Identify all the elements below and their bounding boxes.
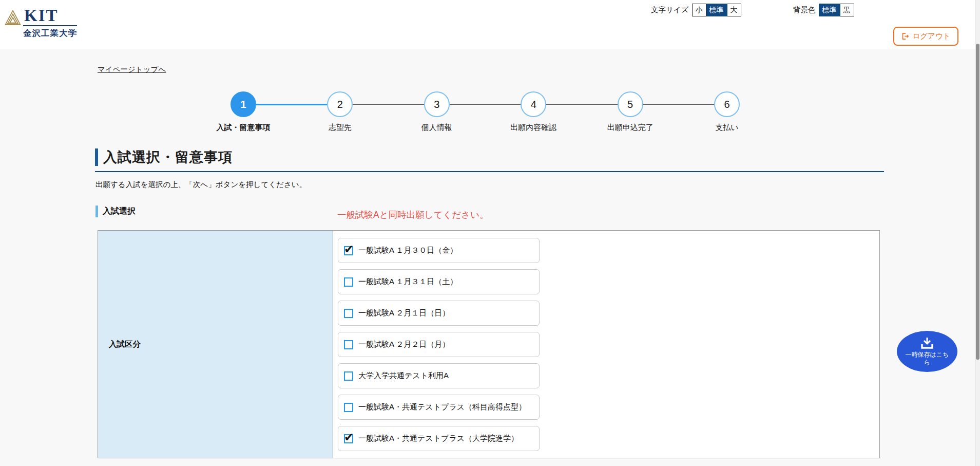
simultaneous-application-note: 一般試験Aと同時出願してください。 (337, 209, 489, 221)
university-logo[interactable]: KIT 金沢工業大学 (4, 6, 77, 39)
exam-option-2[interactable]: 一般試験A １月３１日（土） (338, 269, 540, 294)
exam-option-6-label: 一般試験A・共通テストプラス（科目高得点型） (358, 402, 526, 412)
temporary-save-label: 一時保存はこちら (905, 351, 950, 366)
font-size-small-button[interactable]: 小 (692, 4, 706, 16)
exam-option-5[interactable]: 大学入学共通テスト利用A (338, 363, 540, 388)
step-connector (546, 104, 617, 105)
exam-option-4-label: 一般試験A ２月２日（月） (358, 340, 450, 349)
step-2-label: 志望先 (329, 123, 352, 133)
logo-acronym: KIT (23, 6, 77, 26)
page-title-block: 入試選択・留意事項 (95, 148, 884, 172)
temporary-save-button[interactable]: 一時保存はこちら (897, 331, 957, 372)
step-5: 5 出願申込完了 (618, 91, 643, 117)
exam-select-section-heading: 入試選択 (95, 206, 136, 217)
step-6-label: 支払い (715, 123, 738, 133)
logout-button[interactable]: ログアウト (893, 27, 958, 46)
exam-option-4-checkbox[interactable] (344, 340, 353, 349)
logo-university-name: 金沢工業大学 (23, 28, 77, 39)
exam-option-4[interactable]: 一般試験A ２月２日（月） (338, 332, 540, 357)
exam-option-3-label: 一般試験A ２月１日（日） (358, 308, 450, 318)
exam-option-3-checkbox[interactable] (344, 309, 353, 318)
header: KIT 金沢工業大学 文字サイズ 小 標準 大 背景色 標準 黒 ログアウト (0, 0, 980, 49)
exam-category-header-cell: 入試区分 (98, 231, 333, 458)
exam-option-2-label: 一般試験A １月３１日（土） (358, 277, 457, 287)
exam-category-label: 入試区分 (109, 339, 141, 350)
step-1: 1 入試・留意事項 (230, 91, 256, 117)
vertical-scrollbar[interactable] (975, 0, 980, 466)
font-size-standard-button[interactable]: 標準 (706, 4, 727, 16)
exam-option-5-label: 大学入学共通テスト利用A (358, 371, 449, 381)
exam-option-1-checkbox[interactable] (344, 246, 353, 255)
application-stepper: 1 入試・留意事項 2 志望先 3 個人情報 4 出願内容確認 5 出願申込完了… (230, 81, 740, 127)
exam-options-cell: 一般試験A １月３０日（金） 一般試験A １月３１日（土） 一般試験A ２月１日… (333, 231, 879, 458)
mypage-top-link[interactable]: マイページトップへ (98, 65, 166, 74)
logout-button-label: ログアウト (912, 31, 950, 41)
page-instruction: 出願する入試を選択の上、「次へ」ボタンを押してください。 (95, 180, 306, 190)
step-connector (256, 104, 327, 105)
exam-option-7[interactable]: 一般試験A・共通テストプラス（大学院進学） (338, 426, 540, 451)
section-title: 入試選択 (103, 206, 136, 217)
exam-option-7-label: 一般試験A・共通テストプラス（大学院進学） (358, 434, 518, 443)
step-connector (353, 104, 424, 105)
font-size-segmented: 小 標準 大 (692, 4, 741, 16)
step-3-circle: 3 (424, 91, 450, 117)
font-size-large-button[interactable]: 大 (727, 4, 741, 16)
step-2-circle: 2 (327, 91, 353, 117)
exam-option-6[interactable]: 一般試験A・共通テストプラス（科目高得点型） (338, 395, 540, 420)
exam-option-1[interactable]: 一般試験A １月３０日（金） (338, 238, 540, 263)
step-2: 2 志望先 (327, 91, 353, 117)
background-color-label: 背景色 (793, 5, 816, 15)
kit-emblem-icon (4, 8, 22, 29)
exam-selection-table: 入試区分 一般試験A １月３０日（金） 一般試験A １月３１日（土） 一般試験A… (98, 230, 880, 458)
step-connector (643, 104, 714, 105)
bg-black-button[interactable]: 黒 (840, 4, 854, 16)
step-4: 4 出願内容確認 (521, 91, 546, 117)
step-3: 3 個人情報 (424, 91, 450, 117)
title-accent-bar (95, 148, 98, 166)
step-6: 6 支払い (714, 91, 740, 117)
step-3-label: 個人情報 (421, 123, 452, 133)
step-5-label: 出願申込完了 (607, 123, 654, 133)
background-color-segmented: 標準 黒 (819, 4, 854, 16)
exam-option-5-checkbox[interactable] (344, 371, 353, 381)
background-color-control: 背景色 標準 黒 (793, 4, 854, 16)
logout-icon (901, 32, 910, 41)
exam-option-6-checkbox[interactable] (344, 403, 353, 412)
font-size-control: 文字サイズ 小 標準 大 (651, 4, 741, 16)
section-accent-bar (95, 206, 98, 217)
exam-option-3[interactable]: 一般試験A ２月１日（日） (338, 301, 540, 326)
step-5-circle: 5 (618, 91, 643, 117)
step-6-circle: 6 (714, 91, 740, 117)
step-4-label: 出願内容確認 (510, 123, 556, 133)
exam-option-1-label: 一般試験A １月３０日（金） (358, 246, 457, 255)
download-icon (919, 337, 935, 350)
exam-option-7-checkbox[interactable] (344, 434, 353, 443)
step-1-label: 入試・留意事項 (217, 123, 271, 133)
step-1-circle: 1 (230, 91, 256, 117)
step-4-circle: 4 (521, 91, 546, 117)
page-title: 入試選択・留意事項 (103, 148, 233, 166)
bg-standard-button[interactable]: 標準 (819, 4, 840, 16)
step-connector (450, 104, 521, 105)
font-size-label: 文字サイズ (651, 5, 689, 15)
exam-option-2-checkbox[interactable] (344, 277, 353, 287)
scrollbar-thumb[interactable] (976, 44, 979, 360)
